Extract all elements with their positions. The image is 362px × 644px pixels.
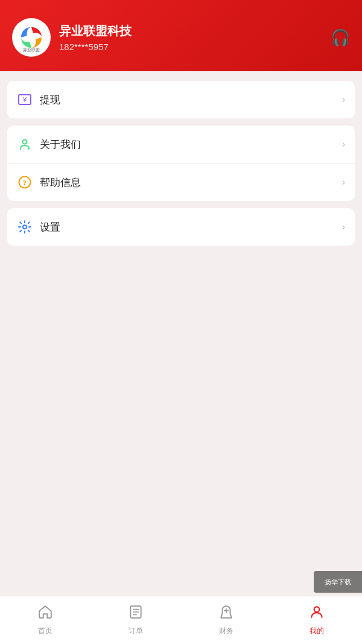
brand-name: 异业联盟科技 xyxy=(59,23,132,39)
svg-point-1 xyxy=(28,34,35,41)
card-about-help: 关于我们 › ? 帮助信息 › xyxy=(7,126,355,201)
nav-item-finance[interactable]: 财务 xyxy=(181,599,272,641)
about-arrow: › xyxy=(342,139,345,150)
finance-label: 财务 xyxy=(219,626,233,636)
about-icon xyxy=(17,136,33,152)
watermark: 扬华下载 xyxy=(314,571,362,593)
profile-icon xyxy=(309,604,325,623)
phone-number: 182****5957 xyxy=(59,42,132,52)
header-left: 异业联盟 异业联盟科技 182****5957 xyxy=(12,18,132,57)
content-area: ¥ 提现 › 关于我们 › ? 帮 xyxy=(0,71,362,255)
support-icon[interactable]: 🎧 xyxy=(331,28,350,47)
header-info: 异业联盟科技 182****5957 xyxy=(59,23,132,52)
menu-item-help[interactable]: ? 帮助信息 › xyxy=(7,164,355,201)
nav-item-home[interactable]: 首页 xyxy=(0,599,91,641)
nav-item-orders[interactable]: 订单 xyxy=(91,599,181,641)
svg-text:异业联盟: 异业联盟 xyxy=(23,48,40,53)
menu-item-settings[interactable]: 设置 › xyxy=(7,208,355,246)
help-icon: ? xyxy=(17,174,33,190)
settings-label: 设置 xyxy=(40,220,342,234)
svg-point-15 xyxy=(314,607,320,612)
card-settings: 设置 › xyxy=(7,208,355,246)
svg-point-8 xyxy=(23,225,27,229)
settings-icon xyxy=(17,219,33,235)
home-label: 首页 xyxy=(38,626,52,636)
withdraw-label: 提现 xyxy=(40,93,342,107)
about-label: 关于我们 xyxy=(40,138,342,151)
avatar: 异业联盟 xyxy=(12,18,51,57)
profile-label: 我的 xyxy=(310,626,324,636)
help-label: 帮助信息 xyxy=(40,176,342,190)
svg-point-5 xyxy=(23,140,27,144)
svg-text:?: ? xyxy=(23,178,27,187)
orders-label: 订单 xyxy=(129,626,143,636)
home-icon xyxy=(37,604,53,623)
help-arrow: › xyxy=(342,177,345,188)
withdraw-arrow: › xyxy=(342,94,345,105)
menu-item-about[interactable]: 关于我们 › xyxy=(7,126,355,164)
bottom-nav: 首页 订单 财务 我的 xyxy=(0,596,362,644)
nav-item-profile[interactable]: 我的 xyxy=(272,599,362,641)
header: 异业联盟 异业联盟科技 182****5957 🎧 xyxy=(0,0,362,71)
finance-icon xyxy=(218,604,234,623)
orders-icon xyxy=(128,604,144,623)
card-withdraw: ¥ 提现 › xyxy=(7,81,355,118)
menu-item-withdraw[interactable]: ¥ 提现 › xyxy=(7,81,355,118)
withdraw-icon: ¥ xyxy=(17,92,33,107)
svg-text:¥: ¥ xyxy=(22,96,27,103)
settings-arrow: › xyxy=(342,222,345,232)
